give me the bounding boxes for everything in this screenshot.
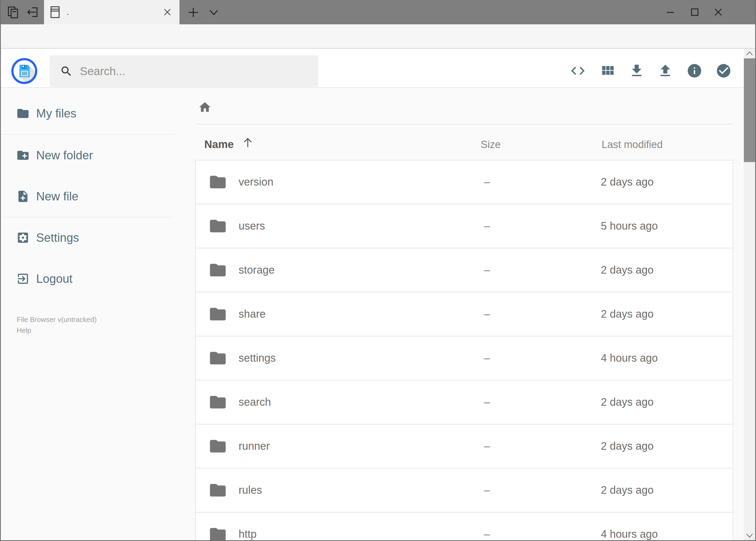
- table-row[interactable]: share – 2 days ago: [196, 292, 733, 336]
- sidebar-item-settings[interactable]: Settings: [0, 224, 174, 251]
- tab-list-chevron-icon[interactable]: [208, 8, 220, 17]
- grid-view-icon[interactable]: [600, 63, 616, 79]
- sidebar-item-new-folder[interactable]: New folder: [0, 142, 174, 169]
- file-modified: 4 hours ago: [601, 528, 658, 540]
- file-size: –: [484, 484, 490, 496]
- download-icon[interactable]: [629, 63, 645, 79]
- browser-tab[interactable]: .: [44, 0, 179, 24]
- file-modified: 2 days ago: [601, 484, 654, 496]
- folder-icon: [208, 217, 227, 236]
- file-modified: 2 days ago: [601, 396, 654, 408]
- file-size: –: [484, 176, 490, 188]
- app-version: File Browser v(untracked): [17, 314, 97, 325]
- sort-ascending-arrow-icon[interactable]: [242, 136, 254, 149]
- sidebar-item-label: New file: [36, 190, 79, 203]
- table-row[interactable]: storage – 2 days ago: [196, 249, 733, 292]
- close-window-icon[interactable]: [712, 6, 724, 18]
- settings-icon: [16, 231, 30, 245]
- page-favicon-icon: [51, 6, 60, 18]
- folder-icon: [16, 107, 30, 120]
- file-modified: 2 days ago: [601, 264, 654, 276]
- file-size: –: [484, 352, 490, 364]
- folder-icon: [208, 261, 227, 279]
- file-name: runner: [239, 440, 270, 452]
- folder-icon: [208, 393, 227, 412]
- folder-icon: [208, 305, 227, 323]
- column-header-modified[interactable]: Last modified: [602, 139, 662, 151]
- breadcrumb-divider: [195, 124, 733, 125]
- browser-scrollbar[interactable]: [744, 49, 755, 541]
- folder-icon: [208, 173, 227, 192]
- sidebar-item-label: Settings: [36, 231, 79, 245]
- search-input[interactable]: [79, 65, 296, 78]
- file-modified: 5 hours ago: [601, 220, 658, 232]
- folder-icon: [208, 481, 227, 500]
- file-modified: 2 days ago: [601, 308, 654, 320]
- minimize-icon[interactable]: [665, 6, 676, 18]
- sidebar-divider: [2, 217, 174, 218]
- file-name: settings: [239, 352, 276, 364]
- table-row[interactable]: version – 2 days ago: [196, 161, 733, 205]
- code-view-icon[interactable]: [570, 63, 586, 79]
- new-folder-icon: [16, 149, 30, 162]
- sidebar-item-logout[interactable]: Logout: [0, 265, 174, 292]
- help-link[interactable]: Help: [17, 325, 97, 336]
- file-size: –: [484, 220, 490, 232]
- file-size: –: [484, 264, 490, 276]
- column-header-size[interactable]: Size: [481, 139, 501, 151]
- table-row[interactable]: runner – 2 days ago: [196, 425, 733, 469]
- sidebar-item-my-files[interactable]: My files: [0, 100, 174, 127]
- browser-toolbar: filebrowser.web/files/: [0, 24, 756, 49]
- scroll-up-icon[interactable]: [746, 51, 753, 56]
- file-name: users: [239, 220, 265, 232]
- file-name: http: [239, 528, 257, 540]
- filebrowser-header: [0, 49, 756, 88]
- file-size: –: [484, 440, 490, 452]
- file-name: search: [239, 396, 271, 408]
- table-row[interactable]: users – 5 hours ago: [196, 205, 733, 249]
- logout-icon: [16, 272, 30, 285]
- search-icon: [60, 65, 73, 78]
- upload-icon[interactable]: [657, 63, 673, 79]
- table-row[interactable]: settings – 4 hours ago: [196, 336, 733, 380]
- folder-icon: [208, 525, 227, 541]
- file-name: rules: [239, 484, 262, 496]
- file-name: version: [239, 176, 273, 188]
- file-size: –: [484, 308, 490, 320]
- sidebar-item-label: New folder: [36, 149, 93, 162]
- new-file-icon: [16, 190, 30, 203]
- search-box[interactable]: [50, 55, 318, 87]
- table-row[interactable]: http – 4 hours ago: [196, 513, 733, 541]
- table-row[interactable]: search – 2 days ago: [196, 380, 733, 425]
- tab-title: .: [67, 8, 69, 17]
- select-multiple-icon[interactable]: [715, 63, 732, 79]
- file-size: –: [484, 396, 490, 408]
- column-header-name[interactable]: Name: [204, 138, 234, 151]
- new-tab-icon[interactable]: [187, 6, 199, 18]
- file-modified: 4 hours ago: [601, 352, 658, 364]
- tab-close-icon[interactable]: [162, 7, 172, 17]
- set-tabs-aside-icon[interactable]: [26, 5, 39, 19]
- sidebar-divider: [2, 134, 174, 135]
- scrollbar-thumb[interactable]: [744, 58, 755, 162]
- browser-tab-bar: .: [0, 0, 756, 24]
- info-icon[interactable]: [686, 63, 702, 79]
- sidebar-item-label: My files: [36, 107, 76, 120]
- file-listing: version – 2 days ago users – 5 hours ago…: [195, 160, 733, 541]
- scroll-down-icon[interactable]: [746, 533, 753, 538]
- folder-icon: [208, 437, 227, 456]
- file-modified: 2 days ago: [601, 176, 654, 188]
- sidebar-item-new-file[interactable]: New file: [0, 183, 174, 210]
- tabs-set-aside-preview-icon[interactable]: [6, 5, 20, 19]
- file-name: share: [239, 308, 266, 320]
- maximize-icon[interactable]: [689, 6, 700, 18]
- app-content: My files New folder New file Settings Lo…: [0, 88, 756, 541]
- folder-icon: [208, 349, 227, 367]
- filebrowser-logo[interactable]: [11, 58, 38, 84]
- file-name: storage: [239, 264, 275, 276]
- sidebar-item-label: Logout: [36, 272, 73, 285]
- breadcrumb-home-icon[interactable]: [198, 101, 212, 114]
- file-size: –: [484, 528, 490, 540]
- table-row[interactable]: rules – 2 days ago: [196, 469, 733, 513]
- file-modified: 2 days ago: [601, 440, 654, 452]
